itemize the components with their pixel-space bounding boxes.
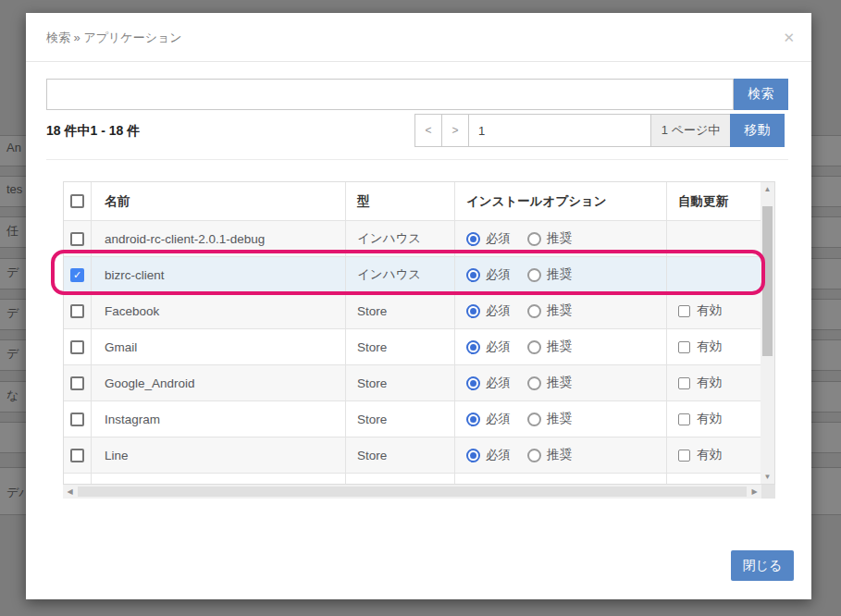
- radio-recommended-circle: [527, 376, 541, 390]
- background-text-fragment: な: [6, 388, 26, 404]
- table-row[interactable]: GmailStore必須推奨有効: [64, 329, 761, 365]
- select-all-checkbox[interactable]: [70, 194, 84, 208]
- radio-required-circle: [466, 413, 480, 426]
- app-type-cell: Store: [346, 401, 455, 437]
- horizontal-scrollbar-thumb[interactable]: [78, 487, 747, 497]
- background-text-fragment: An: [6, 141, 26, 154]
- app-type-cell: Store: [346, 329, 455, 364]
- scroll-up-icon[interactable]: ▲: [761, 182, 774, 196]
- auto-update-checkbox[interactable]: [678, 377, 690, 389]
- header-type: 型: [346, 182, 455, 220]
- radio-required-label: 必須: [486, 411, 511, 427]
- radio-required[interactable]: 必須: [466, 230, 511, 247]
- row-checkbox[interactable]: [70, 340, 84, 354]
- search-application-dialog: 検索 » アプリケーション ✕ 検索 18 件中1 - 18 件 < > 1 ペ…: [26, 13, 811, 599]
- radio-recommended[interactable]: 推奨: [527, 266, 572, 283]
- radio-required[interactable]: 必須: [466, 266, 511, 283]
- install-options-cell: 必須推奨: [455, 221, 667, 256]
- radio-recommended-circle: [527, 304, 541, 318]
- scrollbar-corner: [761, 485, 775, 499]
- auto-update-option[interactable]: 有効: [678, 375, 722, 391]
- radio-recommended-label: 推奨: [547, 266, 572, 283]
- app-type-cell: インハウス: [346, 257, 455, 292]
- background-text-fragment: デ: [6, 265, 26, 281]
- auto-update-option[interactable]: 有効: [678, 302, 722, 319]
- table-row[interactable]: bizrc-clientインハウス必須推奨: [64, 257, 761, 293]
- select-all-cell: [64, 182, 92, 220]
- row-select-cell: [64, 293, 92, 328]
- close-icon[interactable]: ✕: [783, 13, 795, 62]
- radio-recommended-label: 推奨: [547, 302, 572, 319]
- auto-update-label: 有効: [697, 411, 722, 427]
- app-type-cell: Store: [346, 437, 455, 473]
- radio-required[interactable]: 必須: [466, 411, 511, 427]
- header-install-options: インストールオプション: [455, 182, 667, 220]
- radio-recommended[interactable]: 推奨: [527, 302, 572, 319]
- radio-required[interactable]: 必須: [466, 447, 511, 463]
- auto-update-option[interactable]: 有効: [678, 339, 722, 355]
- scroll-right-icon[interactable]: ▶: [748, 485, 761, 499]
- table-row[interactable]: android-rc-client-2.0.1-debugインハウス必須推奨: [64, 221, 761, 257]
- radio-required[interactable]: 必須: [466, 302, 511, 319]
- row-checkbox[interactable]: [70, 449, 84, 462]
- app-name-cell: Google_Android: [92, 365, 346, 400]
- auto-update-checkbox[interactable]: [678, 305, 690, 317]
- vertical-scrollbar-thumb[interactable]: [762, 206, 773, 356]
- radio-required[interactable]: 必須: [466, 375, 511, 391]
- row-select-cell: [64, 329, 92, 364]
- background-text-fragment: tes: [6, 182, 26, 196]
- dialog-title: 検索 » アプリケーション: [46, 13, 182, 62]
- vertical-scrollbar[interactable]: ▲ ▼: [761, 182, 774, 484]
- search-button[interactable]: 検索: [734, 79, 788, 110]
- row-checkbox[interactable]: [70, 413, 84, 426]
- radio-recommended-label: 推奨: [547, 339, 572, 355]
- row-checkbox[interactable]: [70, 376, 84, 390]
- search-input[interactable]: [46, 79, 734, 110]
- horizontal-scrollbar[interactable]: ◀ ▶: [63, 485, 761, 499]
- row-checkbox[interactable]: [70, 304, 84, 318]
- auto-update-label: 有効: [697, 302, 722, 319]
- radio-recommended[interactable]: 推奨: [527, 230, 572, 247]
- table-row[interactable]: InstagramStore必須推奨有効: [64, 401, 761, 437]
- auto-update-cell: 有効: [667, 365, 761, 400]
- radio-required-circle: [466, 268, 480, 282]
- table-row[interactable]: Google_AndroidStore必須推奨有効: [64, 365, 761, 401]
- auto-update-checkbox[interactable]: [678, 450, 690, 462]
- page-number-input[interactable]: [468, 114, 651, 147]
- radio-recommended[interactable]: 推奨: [527, 375, 572, 391]
- empty-cell: [667, 474, 761, 484]
- radio-required[interactable]: 必須: [466, 339, 511, 355]
- table-row[interactable]: FacebookStore必須推奨有効: [64, 293, 761, 329]
- auto-update-cell: 有効: [667, 437, 761, 473]
- background-text-fragment: デ: [6, 305, 26, 322]
- app-name-cell: Line: [92, 437, 346, 473]
- close-button[interactable]: 閉じる: [731, 550, 794, 581]
- radio-recommended-label: 推奨: [547, 230, 572, 247]
- header-name: 名前: [92, 182, 346, 220]
- row-checkbox[interactable]: [70, 232, 84, 246]
- row-checkbox[interactable]: [70, 268, 84, 282]
- prev-page-button[interactable]: <: [414, 114, 442, 147]
- radio-recommended[interactable]: 推奨: [527, 339, 572, 355]
- app-name-cell: bizrc-client: [92, 257, 346, 292]
- row-select-cell: [64, 221, 92, 256]
- radio-recommended[interactable]: 推奨: [527, 447, 572, 463]
- auto-update-checkbox[interactable]: [678, 413, 690, 425]
- auto-update-checkbox[interactable]: [678, 341, 690, 353]
- next-page-button[interactable]: >: [441, 114, 469, 147]
- scroll-left-icon[interactable]: ◀: [63, 485, 77, 499]
- app-name-cell: Instagram: [92, 401, 346, 437]
- empty-cell: [64, 474, 92, 484]
- go-button[interactable]: 移動: [730, 114, 785, 147]
- row-select-cell: [64, 437, 92, 473]
- pagination: < > 1 ページ中 移動: [414, 114, 785, 147]
- install-options-cell: 必須推奨: [455, 257, 667, 292]
- table-row[interactable]: LineStore必須推奨有効: [64, 437, 761, 474]
- app-type-cell: Store: [346, 293, 455, 328]
- auto-update-option[interactable]: 有効: [678, 411, 722, 427]
- scroll-down-icon[interactable]: ▼: [761, 470, 774, 484]
- auto-update-option[interactable]: 有効: [678, 447, 722, 463]
- radio-required-label: 必須: [486, 302, 511, 319]
- auto-update-label: 有効: [697, 375, 722, 391]
- radio-recommended[interactable]: 推奨: [527, 411, 572, 427]
